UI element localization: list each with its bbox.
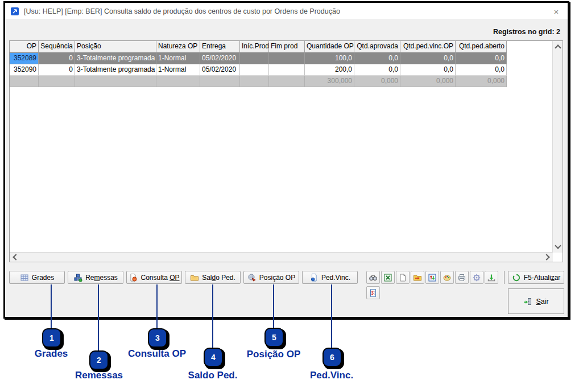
cell <box>10 76 39 87</box>
toolbar-folder-send-button[interactable] <box>411 271 424 284</box>
cell[interactable]: 200,0 <box>305 64 354 76</box>
table-row[interactable]: 35209003-Totalmente programada1-Normal05… <box>10 64 507 76</box>
column-header-in-c-prod[interactable]: Iníc.Prod <box>240 41 269 53</box>
cell[interactable]: 0,0 <box>400 53 456 64</box>
toolbar-gear-button[interactable] <box>470 271 483 284</box>
toolbar-page-button[interactable] <box>396 271 410 284</box>
cell[interactable]: 1-Normal <box>156 53 200 64</box>
column-header-natureza-op[interactable]: Natureza OP <box>156 41 200 53</box>
cell[interactable]: 0,0 <box>456 53 507 64</box>
column-header-sequ-ncia[interactable]: Sequência <box>39 41 75 53</box>
column-header-entrega[interactable]: Entrega <box>200 41 240 53</box>
consulta-op-button[interactable]: Consulta OP <box>126 271 182 284</box>
callout-line-6 <box>331 284 332 348</box>
button-label: Sair <box>536 298 548 306</box>
toolbar-excel-export-button[interactable] <box>381 271 395 284</box>
toolbar-palette-button[interactable] <box>440 271 454 284</box>
column-header-qtd-ped-aberto[interactable]: Qtd.ped.aberto <box>456 41 507 53</box>
cell[interactable]: 3-Totalmente programada <box>75 53 156 64</box>
button-label: Grades <box>32 274 54 282</box>
checklist-icon <box>369 288 378 298</box>
vertical-scrollbar[interactable] <box>552 41 563 253</box>
binoculars-icon <box>369 273 378 282</box>
gear-icon <box>472 273 481 282</box>
grid-icon <box>20 273 29 282</box>
scroll-right-icon[interactable] <box>543 254 549 260</box>
callout-label-ped-vinc: Ped.Vinc. <box>310 370 353 381</box>
scroll-up-icon[interactable] <box>555 44 561 51</box>
printer-icon <box>457 273 466 282</box>
column-header-quantidade-op[interactable]: Quantidade OP <box>305 41 354 53</box>
cell <box>200 76 240 87</box>
title-bar: [Usu: HELP] [Emp: BER] Consulta saldo de… <box>5 3 568 20</box>
button-label: F5-Atualizar <box>524 274 561 282</box>
callout-badge-3: 3 <box>148 328 167 348</box>
cell[interactable]: 0,0 <box>456 64 507 76</box>
posicao-op-button[interactable]: Posição OP <box>243 271 299 284</box>
document-red-icon <box>129 273 138 282</box>
exit-button[interactable]: Sair <box>508 288 564 314</box>
page-icon <box>398 273 407 282</box>
toolbar-download-button[interactable] <box>485 271 498 284</box>
cell[interactable]: 0,0 <box>354 53 400 64</box>
folder-send-icon <box>413 273 422 282</box>
callout-badge-1: 1 <box>42 328 61 348</box>
exit-door-icon <box>523 297 532 306</box>
cell[interactable] <box>240 64 269 76</box>
action-button-bar: GradesRemessasConsulta OPSaldo Ped.Posiç… <box>9 271 358 284</box>
column-header-qtd-aprovada[interactable]: Qtd.aprovada <box>354 41 400 53</box>
button-label: Remessas <box>85 274 118 282</box>
scroll-down-icon[interactable] <box>555 242 561 249</box>
cell[interactable]: 0,0 <box>354 64 400 76</box>
cell[interactable]: 3-Totalmente programada <box>75 64 156 76</box>
callout-line-5 <box>273 284 274 328</box>
toolbar-binoculars-button[interactable] <box>366 271 380 284</box>
ped-vinc-button[interactable]: Ped.Vinc. <box>302 271 358 284</box>
cell[interactable]: 05/02/2020 <box>200 53 240 64</box>
summary-row: 300,0000,0000,0000,000 <box>10 76 507 87</box>
cell[interactable] <box>240 53 269 64</box>
document-blue-icon <box>309 273 319 282</box>
cell[interactable] <box>269 53 305 64</box>
button-label: Saldo Ped. <box>202 274 235 282</box>
column-header-op[interactable]: OP <box>10 41 39 53</box>
callout-label-saldo-ped: Saldo Ped. <box>188 370 238 381</box>
toolbar-printer-button[interactable] <box>455 271 469 284</box>
callout-label-grades: Grades <box>35 348 68 360</box>
cubes-icon <box>73 273 82 282</box>
button-label: Ped.Vinc. <box>321 274 350 282</box>
cell[interactable]: 352089 <box>10 53 39 64</box>
toolbar-checklist-button[interactable] <box>366 286 380 299</box>
column-header-posi-o[interactable]: Posição <box>75 41 156 53</box>
column-header-fim-prod[interactable]: Fim prod <box>269 41 305 53</box>
grid-header-row: OPSequênciaPosiçãoNatureza OPEntregaIníc… <box>10 41 507 53</box>
table-row[interactable]: 35208903-Totalmente programada1-Normal05… <box>10 53 507 64</box>
toolbar-separator <box>504 271 505 284</box>
button-label: Consulta OP <box>140 274 179 282</box>
cell[interactable]: 100,0 <box>305 53 354 64</box>
cell[interactable] <box>269 64 305 76</box>
cell[interactable]: 0 <box>39 53 75 64</box>
cell <box>240 76 269 87</box>
cell <box>156 76 200 87</box>
remessas-button[interactable]: Remessas <box>68 271 123 284</box>
recycle-icon <box>512 273 521 282</box>
callout-label-posicao-op: Posição OP <box>247 349 300 360</box>
cell[interactable]: 0 <box>39 64 75 76</box>
callout-line-2 <box>98 284 99 351</box>
column-header-qtd-ped-vinc-op[interactable]: Qtd.ped.vinc.OP <box>400 41 456 53</box>
button-label: Posição OP <box>259 274 295 282</box>
close-icon[interactable]: × <box>549 5 563 18</box>
horizontal-scrollbar[interactable] <box>10 252 553 262</box>
grades-button[interactable]: Grades <box>9 271 65 284</box>
f5-refresh-button[interactable]: F5-Atualizar <box>508 271 564 284</box>
app-icon <box>10 7 19 16</box>
sort-columns-icon <box>428 273 437 282</box>
saldo-ped-button[interactable]: Saldo Ped. <box>185 271 241 284</box>
cell[interactable]: 1-Normal <box>156 64 200 76</box>
cell[interactable]: 05/02/2020 <box>200 64 240 76</box>
scroll-left-icon[interactable] <box>13 254 19 260</box>
toolbar-sort-columns-button[interactable] <box>425 271 439 284</box>
cell[interactable]: 0,0 <box>400 64 456 76</box>
cell[interactable]: 352090 <box>10 64 39 76</box>
